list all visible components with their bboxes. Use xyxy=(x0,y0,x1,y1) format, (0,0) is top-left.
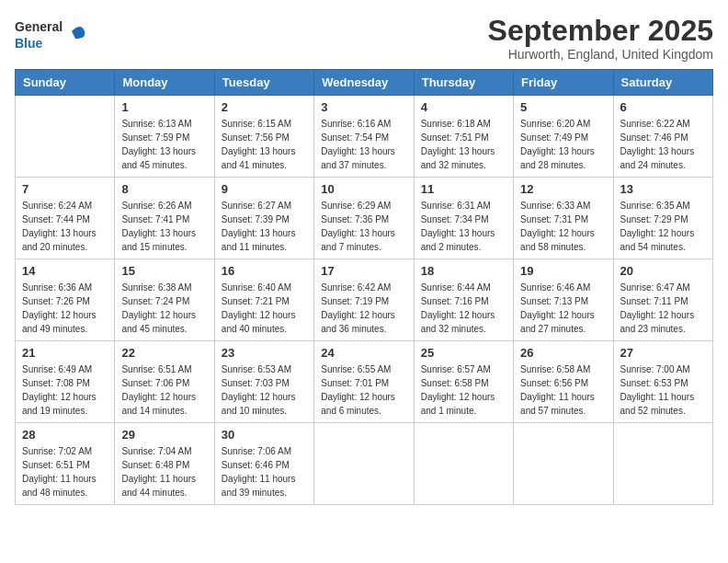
day-number: 2 xyxy=(222,100,307,114)
title-block: September 2025 Hurworth, England, United… xyxy=(488,15,713,62)
day-header-tuesday: Tuesday xyxy=(214,70,313,96)
day-info: Sunrise: 6:38 AMSunset: 7:24 PMDaylight:… xyxy=(121,281,207,336)
calendar-cell: 10Sunrise: 6:29 AMSunset: 7:36 PMDayligh… xyxy=(314,178,414,259)
day-number: 24 xyxy=(321,346,406,360)
day-info: Sunrise: 7:04 AMSunset: 6:48 PMDaylight:… xyxy=(121,444,207,500)
day-info: Sunrise: 6:35 AMSunset: 7:29 PMDaylight:… xyxy=(620,199,706,254)
day-info: Sunrise: 6:58 AMSunset: 6:56 PMDaylight:… xyxy=(520,362,606,418)
day-info: Sunrise: 6:29 AMSunset: 7:36 PMDaylight:… xyxy=(321,199,406,254)
month-title: September 2025 xyxy=(488,15,713,47)
day-number: 22 xyxy=(121,346,207,360)
calendar-cell: 17Sunrise: 6:42 AMSunset: 7:19 PMDayligh… xyxy=(314,259,414,341)
day-info: Sunrise: 6:47 AMSunset: 7:11 PMDaylight:… xyxy=(620,281,706,336)
day-number: 28 xyxy=(22,428,108,442)
calendar-cell: 7Sunrise: 6:24 AMSunset: 7:44 PMDaylight… xyxy=(16,178,115,259)
day-info: Sunrise: 6:33 AMSunset: 7:31 PMDaylight:… xyxy=(520,199,606,254)
calendar-cell xyxy=(16,96,115,178)
calendar-week-2: 7Sunrise: 6:24 AMSunset: 7:44 PMDaylight… xyxy=(16,178,713,259)
day-number: 23 xyxy=(222,346,307,360)
day-info: Sunrise: 6:51 AMSunset: 7:06 PMDaylight:… xyxy=(121,362,207,418)
calendar-cell: 18Sunrise: 6:44 AMSunset: 7:16 PMDayligh… xyxy=(414,259,513,341)
calendar-cell xyxy=(314,423,414,505)
page-header: General Blue September 2025 Hurworth, En… xyxy=(15,15,713,62)
calendar-cell: 6Sunrise: 6:22 AMSunset: 7:46 PMDaylight… xyxy=(613,96,712,178)
day-number: 16 xyxy=(222,264,307,278)
calendar-cell: 14Sunrise: 6:36 AMSunset: 7:26 PMDayligh… xyxy=(16,259,115,341)
day-number: 25 xyxy=(421,346,506,360)
day-header-saturday: Saturday xyxy=(613,70,712,96)
calendar-cell: 4Sunrise: 6:18 AMSunset: 7:51 PMDaylight… xyxy=(414,96,513,178)
day-number: 10 xyxy=(321,182,406,196)
day-info: Sunrise: 6:16 AMSunset: 7:54 PMDaylight:… xyxy=(321,117,406,172)
day-number: 29 xyxy=(121,428,207,442)
location: Hurworth, England, United Kingdom xyxy=(488,47,713,62)
calendar-cell: 24Sunrise: 6:55 AMSunset: 7:01 PMDayligh… xyxy=(314,341,414,423)
day-info: Sunrise: 6:46 AMSunset: 7:13 PMDaylight:… xyxy=(520,281,606,336)
day-info: Sunrise: 6:44 AMSunset: 7:16 PMDaylight:… xyxy=(421,281,506,336)
calendar-cell: 15Sunrise: 6:38 AMSunset: 7:24 PMDayligh… xyxy=(115,259,214,341)
day-info: Sunrise: 7:00 AMSunset: 6:53 PMDaylight:… xyxy=(620,362,706,418)
calendar-cell: 1Sunrise: 6:13 AMSunset: 7:59 PMDaylight… xyxy=(115,96,214,178)
calendar-cell: 12Sunrise: 6:33 AMSunset: 7:31 PMDayligh… xyxy=(514,178,613,259)
day-header-friday: Friday xyxy=(514,70,613,96)
day-number: 12 xyxy=(520,182,606,196)
calendar-cell: 22Sunrise: 6:51 AMSunset: 7:06 PMDayligh… xyxy=(115,341,214,423)
logo: General Blue xyxy=(15,15,88,55)
calendar-cell: 26Sunrise: 6:58 AMSunset: 6:56 PMDayligh… xyxy=(514,341,613,423)
calendar-cell: 2Sunrise: 6:15 AMSunset: 7:56 PMDaylight… xyxy=(214,96,313,178)
day-number: 14 xyxy=(22,264,108,278)
generalblue-logo: General Blue xyxy=(15,15,88,55)
day-number: 1 xyxy=(121,100,207,114)
day-number: 5 xyxy=(520,100,606,114)
day-number: 21 xyxy=(22,346,108,360)
calendar-cell: 11Sunrise: 6:31 AMSunset: 7:34 PMDayligh… xyxy=(414,178,513,259)
day-number: 26 xyxy=(520,346,606,360)
day-number: 8 xyxy=(121,182,207,196)
day-number: 4 xyxy=(421,100,506,114)
calendar-cell xyxy=(514,423,613,505)
day-info: Sunrise: 6:49 AMSunset: 7:08 PMDaylight:… xyxy=(22,362,108,418)
calendar-cell: 13Sunrise: 6:35 AMSunset: 7:29 PMDayligh… xyxy=(613,178,712,259)
day-number: 7 xyxy=(22,182,108,196)
day-info: Sunrise: 6:20 AMSunset: 7:49 PMDaylight:… xyxy=(520,117,606,172)
day-info: Sunrise: 6:24 AMSunset: 7:44 PMDaylight:… xyxy=(22,199,108,254)
day-info: Sunrise: 6:27 AMSunset: 7:39 PMDaylight:… xyxy=(222,199,307,254)
day-number: 15 xyxy=(121,264,207,278)
day-number: 11 xyxy=(421,182,506,196)
day-info: Sunrise: 6:42 AMSunset: 7:19 PMDaylight:… xyxy=(321,281,406,336)
calendar-cell: 25Sunrise: 6:57 AMSunset: 6:58 PMDayligh… xyxy=(414,341,513,423)
calendar-cell: 9Sunrise: 6:27 AMSunset: 7:39 PMDaylight… xyxy=(214,178,313,259)
day-info: Sunrise: 6:22 AMSunset: 7:46 PMDaylight:… xyxy=(620,117,706,172)
day-number: 20 xyxy=(620,264,706,278)
day-header-monday: Monday xyxy=(115,70,214,96)
day-info: Sunrise: 6:53 AMSunset: 7:03 PMDaylight:… xyxy=(222,362,307,418)
day-header-wednesday: Wednesday xyxy=(314,70,414,96)
calendar-cell: 3Sunrise: 6:16 AMSunset: 7:54 PMDaylight… xyxy=(314,96,414,178)
day-info: Sunrise: 7:02 AMSunset: 6:51 PMDaylight:… xyxy=(22,444,108,500)
calendar-week-3: 14Sunrise: 6:36 AMSunset: 7:26 PMDayligh… xyxy=(16,259,713,341)
svg-text:Blue: Blue xyxy=(15,36,43,51)
day-info: Sunrise: 6:55 AMSunset: 7:01 PMDaylight:… xyxy=(321,362,406,418)
calendar-cell: 8Sunrise: 6:26 AMSunset: 7:41 PMDaylight… xyxy=(115,178,214,259)
calendar-table: SundayMondayTuesdayWednesdayThursdayFrid… xyxy=(15,69,713,505)
day-info: Sunrise: 6:36 AMSunset: 7:26 PMDaylight:… xyxy=(22,281,108,336)
calendar-cell: 27Sunrise: 7:00 AMSunset: 6:53 PMDayligh… xyxy=(613,341,712,423)
day-number: 6 xyxy=(620,100,706,114)
day-info: Sunrise: 6:26 AMSunset: 7:41 PMDaylight:… xyxy=(121,199,207,254)
calendar-cell: 29Sunrise: 7:04 AMSunset: 6:48 PMDayligh… xyxy=(115,423,214,505)
day-number: 27 xyxy=(620,346,706,360)
calendar-week-4: 21Sunrise: 6:49 AMSunset: 7:08 PMDayligh… xyxy=(16,341,713,423)
day-info: Sunrise: 6:57 AMSunset: 6:58 PMDaylight:… xyxy=(421,362,506,418)
calendar-cell: 23Sunrise: 6:53 AMSunset: 7:03 PMDayligh… xyxy=(214,341,313,423)
day-number: 3 xyxy=(321,100,406,114)
calendar-cell: 19Sunrise: 6:46 AMSunset: 7:13 PMDayligh… xyxy=(514,259,613,341)
calendar-cell: 28Sunrise: 7:02 AMSunset: 6:51 PMDayligh… xyxy=(16,423,115,505)
day-number: 19 xyxy=(520,264,606,278)
calendar-cell: 30Sunrise: 7:06 AMSunset: 6:46 PMDayligh… xyxy=(214,423,313,505)
day-number: 30 xyxy=(222,428,307,442)
day-number: 17 xyxy=(321,264,406,278)
day-info: Sunrise: 6:13 AMSunset: 7:59 PMDaylight:… xyxy=(121,117,207,172)
calendar-header-row: SundayMondayTuesdayWednesdayThursdayFrid… xyxy=(16,70,713,96)
day-info: Sunrise: 6:18 AMSunset: 7:51 PMDaylight:… xyxy=(421,117,506,172)
day-header-thursday: Thursday xyxy=(414,70,513,96)
